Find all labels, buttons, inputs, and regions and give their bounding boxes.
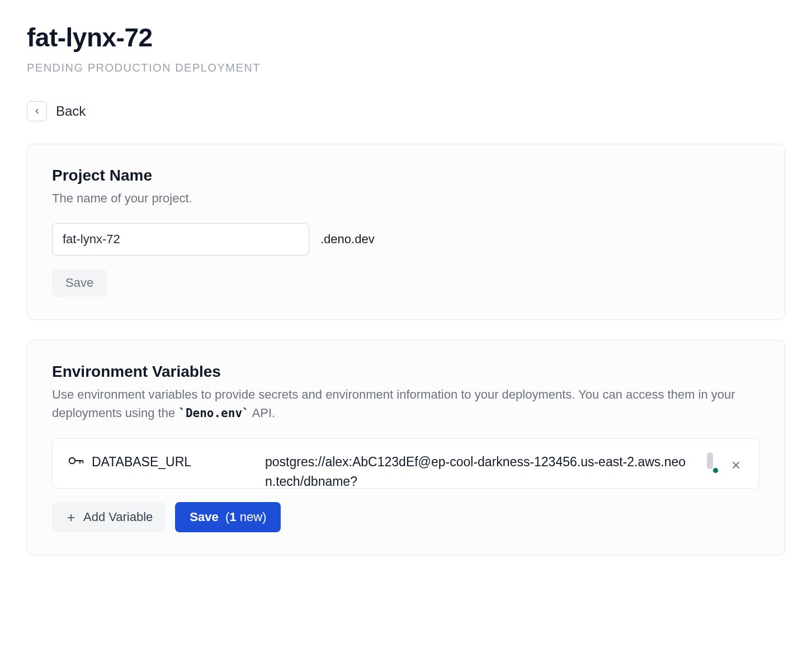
chevron-left-icon [33, 107, 41, 115]
save-project-name-button[interactable]: Save [52, 269, 107, 297]
remove-env-var-button[interactable] [726, 456, 745, 475]
save-env-label: Save [190, 510, 218, 524]
project-name-input[interactable] [52, 223, 309, 255]
env-desc-pre: Use environment variables to provide sec… [52, 387, 735, 420]
env-vars-card: Environment Variables Use environment va… [27, 340, 785, 555]
project-name-description: The name of your project. [52, 189, 760, 207]
env-desc-code: `Deno.env` [178, 406, 249, 420]
back-button[interactable] [27, 101, 47, 121]
env-var-value[interactable]: postgres://alex:AbC123dEf@ep-cool-darkne… [265, 452, 696, 487]
project-name-heading: Project Name [52, 167, 760, 184]
env-var-key: DATABASE_URL [92, 455, 191, 470]
key-icon [68, 455, 84, 469]
save-env-vars-button[interactable]: Save (1 new) [175, 502, 281, 532]
plus-icon: ＋ [64, 510, 78, 524]
env-vars-heading: Environment Variables [52, 363, 760, 381]
domain-suffix: .deno.dev [320, 232, 375, 247]
close-icon [730, 460, 742, 471]
svg-point-0 [69, 458, 75, 464]
status-dot [713, 468, 718, 473]
add-variable-button[interactable]: ＋ Add Variable [52, 502, 165, 532]
back-label: Back [56, 103, 86, 119]
env-var-row: DATABASE_URL postgres://alex:AbC123dEf@e… [52, 438, 760, 489]
deployment-status: PENDING PRODUCTION DEPLOYMENT [27, 61, 785, 74]
scrollbar-thumb[interactable] [707, 452, 713, 469]
env-vars-description: Use environment variables to provide sec… [52, 385, 760, 423]
add-variable-label: Add Variable [83, 510, 153, 524]
env-desc-post: API. [249, 406, 275, 420]
page-title: fat-lynx-72 [27, 22, 785, 53]
project-name-card: Project Name The name of your project. .… [27, 144, 785, 320]
